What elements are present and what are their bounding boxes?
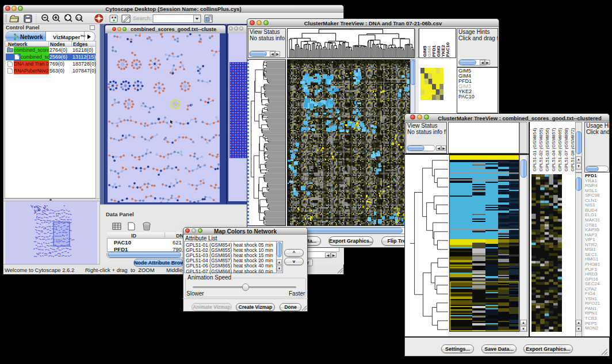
svg-text:1:1: 1:1 — [76, 17, 82, 20]
svg-text:Search:: Search: — [133, 15, 152, 21]
